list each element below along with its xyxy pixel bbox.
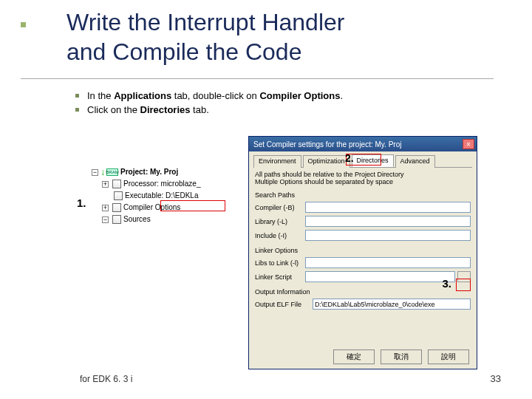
input-include[interactable] (305, 230, 471, 241)
text: tab. (190, 104, 208, 115)
tab-environment[interactable]: Environment (253, 155, 301, 168)
tab-advanced[interactable]: Advanced (395, 155, 435, 168)
row-linker-script: Linker Script ... (255, 271, 471, 282)
tab-strip: Environment Optimization Directories Adv… (253, 154, 472, 168)
input-output-elf[interactable] (313, 299, 471, 310)
callout-1: 1. (77, 197, 86, 209)
file-icon (112, 215, 121, 224)
decorative-square (21, 22, 26, 27)
highlight-box-1 (160, 200, 225, 211)
row-libs-link: Libs to Link (-l) (255, 257, 471, 268)
compiler-settings-dialog: Set Compiler settings for the project: M… (248, 136, 477, 369)
label-linker-script: Linker Script (255, 273, 305, 281)
tree-label: Processor: microblaze_ (123, 178, 200, 190)
input-library[interactable] (305, 216, 471, 227)
bullet-2: Click on the Directories tab. (87, 104, 343, 115)
bram-icon: BRAM (106, 168, 118, 176)
group-linker-options: Linker Options (255, 247, 471, 254)
dialog-titlebar[interactable]: Set Compiler settings for the project: M… (249, 137, 477, 151)
collapse-icon[interactable]: − (102, 216, 109, 223)
bullet-icon (75, 94, 79, 98)
collapse-icon[interactable]: − (92, 169, 98, 176)
dialog-title: Set Compiler settings for the project: M… (253, 140, 401, 149)
help-button[interactable]: 說明 (428, 349, 469, 364)
label-library: Library (-L) (255, 218, 305, 225)
download-arrow-icon: ↓ (100, 166, 105, 178)
bold-text: Directories (140, 104, 191, 115)
group-output-info: Output Information (255, 288, 471, 296)
tree-node-project[interactable]: − ↓ BRAM Project: My. Proj (92, 166, 200, 178)
cancel-button[interactable]: 取消 (381, 349, 422, 364)
expand-icon[interactable]: + (102, 205, 109, 211)
ok-button[interactable]: 確定 (333, 349, 375, 364)
row-compiler: Compiler (-B) (255, 202, 471, 213)
label-libs-link: Libs to Link (-l) (255, 259, 305, 267)
footer-text: for EDK 6. 3 i (80, 374, 132, 384)
input-compiler[interactable] (305, 202, 471, 213)
info-text: All paths should be relative to the Proj… (255, 171, 471, 178)
close-button[interactable]: × (463, 139, 474, 149)
input-libs-link[interactable] (305, 257, 471, 268)
label-include: Include (-I) (255, 232, 305, 239)
callout-3: 3. (442, 277, 451, 290)
row-library: Library (-L) (255, 216, 471, 227)
dialog-body: All paths should be relative to the Proj… (255, 171, 471, 310)
slide-title: Write the Interrupt Handler and Compile … (66, 7, 532, 66)
info-text: Multiple Options should be separated by … (255, 178, 471, 185)
tab-optimization[interactable]: Optimization (303, 155, 350, 168)
callout-2: 2. (345, 152, 354, 164)
label-output-elf: Output ELF File (255, 301, 313, 308)
row-include: Include (-I) (255, 230, 471, 241)
close-icon: × (466, 140, 471, 149)
file-icon (112, 180, 121, 188)
text: Click on the (87, 104, 140, 115)
title-underline (21, 78, 494, 79)
tree-node-processor[interactable]: + Processor: microblaze_ (92, 178, 200, 190)
file-icon (114, 191, 123, 200)
page-number: 33 (491, 373, 501, 384)
file-icon (112, 203, 121, 212)
text: My. Proj (150, 168, 178, 176)
bold-text: Applications (114, 90, 171, 101)
row-output-elf: Output ELF File (255, 299, 471, 310)
label-compiler: Compiler (-B) (255, 204, 305, 211)
title-line1: Write the Interrupt Handler (66, 9, 344, 35)
input-linker-script[interactable] (305, 271, 455, 282)
group-search-paths: Search Paths (255, 191, 471, 199)
text: tab, double-click on (171, 90, 259, 101)
project-tree: 1. − ↓ BRAM Project: My. Proj + Processo… (92, 166, 200, 225)
text: . (340, 90, 343, 101)
bullet-icon (75, 108, 79, 112)
highlight-box-3 (456, 279, 471, 291)
tree-label: Project: My. Proj (120, 166, 178, 178)
dialog-buttons: 確定 取消 說明 (333, 349, 469, 364)
tree-node-sources[interactable]: − Sources (92, 214, 200, 225)
title-line2: and Compile the Code (66, 38, 301, 65)
bullet-1: In the Applications tab, double-click on… (87, 90, 343, 101)
text: In the (87, 90, 114, 101)
bullet-list: In the Applications tab, double-click on… (87, 90, 343, 118)
expand-icon[interactable]: + (102, 181, 109, 188)
tree-label: Sources (123, 214, 151, 225)
text: Project: (120, 168, 150, 176)
bold-text: Compiler Options (259, 90, 340, 101)
